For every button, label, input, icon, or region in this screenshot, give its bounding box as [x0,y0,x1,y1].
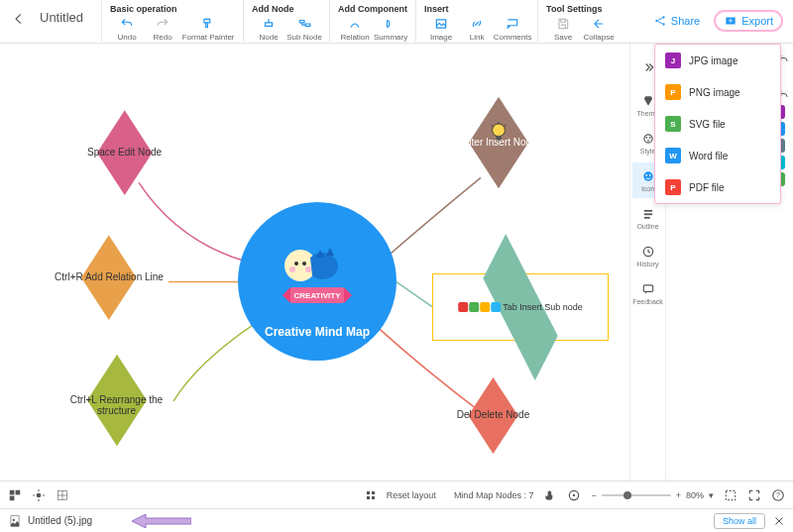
svg-rect-26 [643,209,651,211]
tab-insert-node[interactable]: Tab Insert Sub node [432,273,609,341]
help-icon[interactable]: ? [771,488,785,502]
export-jpg[interactable]: JJPG image [655,45,780,76]
comments-icon [506,17,519,31]
svg-point-2 [662,23,664,25]
tab-insert-label: Tab Insert Sub node [503,302,583,312]
sidebar-tab-feedback[interactable]: Feedback [632,275,664,311]
toolbar-group-header: Add Component [338,4,407,14]
node-badge [458,302,468,312]
toolbar-group-header: Basic operation [110,4,235,14]
svg-marker-12 [344,287,352,303]
toolbar-group-header: Add Node [252,4,321,14]
svg-rect-48 [726,490,735,499]
link-button[interactable]: Link [460,17,494,42]
svg-rect-15 [496,136,502,141]
image-button[interactable]: Image [424,17,458,42]
svg-point-14 [493,124,506,137]
icon-icon [641,169,655,183]
svg-point-7 [305,266,311,272]
filetype-icon: P [665,179,681,195]
undo-icon [120,17,134,31]
filetype-icon: W [665,148,681,163]
sub-node-button[interactable]: Sub Node [287,17,321,42]
collapse-icon [592,17,606,31]
hand-icon[interactable] [543,488,557,502]
collapse-button[interactable]: Collapse [582,17,616,42]
undo-button[interactable]: Undo [110,17,144,42]
redo-button[interactable]: Redo [146,17,179,42]
export-word[interactable]: WWord file [655,140,780,171]
export-svg[interactable]: SSVG file [655,108,780,140]
svg-point-4 [294,262,298,266]
sidebar-tab-outline[interactable]: Outline [632,200,664,236]
svg-rect-27 [643,213,651,215]
svg-point-5 [302,262,306,266]
svg-point-22 [647,139,649,141]
nodes-count-label: Mind Map Nodes : [454,490,526,500]
svg-rect-44 [367,496,370,499]
node-button[interactable]: Node [252,17,285,42]
mindmap-canvas[interactable]: CREATIVITY Creative Mind Map Space Edit … [0,44,629,480]
svg-point-1 [662,16,664,18]
toolbar-group-header: Tool Settings [546,4,616,14]
format-painter-icon [201,17,215,31]
export-menu: JJPG imagePPNG imageSSVG fileWWord fileP… [654,44,781,204]
svg-line-18 [505,125,507,127]
export-button[interactable]: Export [714,10,783,32]
svg-point-47 [573,493,575,495]
svg-point-23 [643,171,652,180]
document-title[interactable]: Untitled [40,10,83,25]
svg-rect-43 [372,491,375,494]
svg-rect-30 [643,284,652,290]
relation-button[interactable]: Relation [338,17,372,42]
export-pdf[interactable]: PPDF file [655,171,780,203]
format-painter-button[interactable]: Format Painter [181,17,235,42]
export-png[interactable]: PPNG image [655,76,780,108]
show-all-button[interactable]: Show all [714,513,765,529]
back-icon[interactable] [12,12,26,26]
svg-point-6 [289,266,295,272]
svg-rect-31 [10,489,15,494]
save-button[interactable]: Save [546,17,580,42]
target-icon[interactable] [567,488,581,502]
filetype-icon: S [665,116,681,132]
reset-layout-button[interactable]: Reset layout [387,490,436,500]
svg-point-25 [648,173,650,175]
svg-point-52 [13,518,15,520]
zoom-out[interactable]: − [591,490,596,500]
download-filename[interactable]: Untitled (5).jpg [28,515,92,526]
zoom-in[interactable]: + [676,490,681,500]
svg-marker-9 [326,248,334,256]
svg-rect-28 [643,216,649,218]
toolbar-group-header: Insert [424,4,529,14]
summary-button[interactable]: Summary [374,17,407,42]
lightbulb-icon [488,121,510,149]
filetype-icon: J [665,53,681,68]
summary-icon [384,17,397,31]
download-bar: Untitled (5).jpg Show all [0,508,793,532]
image-icon [434,17,448,31]
comments-button[interactable]: Comments [496,17,529,42]
fit-icon[interactable] [724,488,737,502]
svg-rect-42 [367,491,370,494]
node-badge [491,302,501,312]
svg-marker-11 [283,287,290,303]
svg-rect-33 [10,495,15,500]
svg-point-24 [645,173,647,175]
sub-node-icon [297,17,311,31]
sidebar-tab-history[interactable]: History [632,238,664,273]
zoom-control[interactable]: − + 80% ▾ [591,490,714,500]
share-button[interactable]: Share [653,14,700,28]
history-icon [641,245,655,259]
svg-text:CREATIVITY: CREATIVITY [294,291,342,300]
grid-icon[interactable] [56,488,69,502]
svg-text:?: ? [776,491,780,498]
save-icon [556,17,570,31]
fullscreen-icon[interactable] [747,488,761,502]
sun-icon[interactable] [32,488,46,502]
center-node[interactable]: CREATIVITY Creative Mind Map [238,202,396,361]
close-icon[interactable] [773,515,785,527]
theme-icon [641,94,655,108]
relation-icon [348,17,362,31]
layout-icon[interactable] [8,488,22,502]
